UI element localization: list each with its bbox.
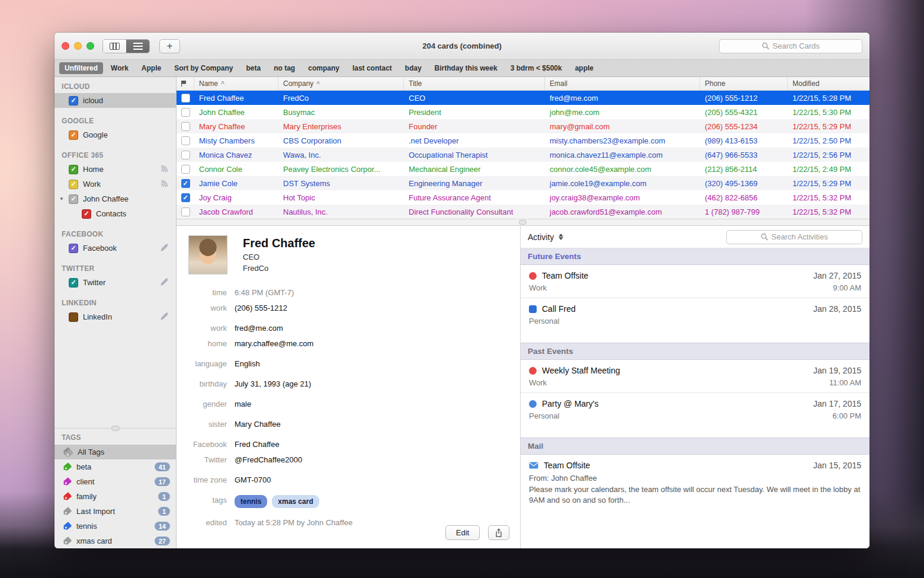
sidebar-account-item[interactable]: ✓ Home bbox=[54, 162, 176, 177]
column-view-button[interactable] bbox=[103, 40, 126, 53]
email-column-header[interactable]: Email bbox=[545, 77, 700, 90]
zoom-window-button[interactable] bbox=[86, 42, 94, 50]
account-checkbox[interactable]: ✓ bbox=[69, 278, 78, 288]
sidebar-splitter[interactable] bbox=[54, 428, 176, 429]
sidebar-account-item[interactable]: ✓ Contacts bbox=[54, 206, 176, 221]
sidebar-account-item[interactable]: LinkedIn bbox=[54, 309, 176, 324]
row-checkbox[interactable] bbox=[181, 122, 190, 131]
disclosure-triangle-icon[interactable]: ▼ bbox=[59, 196, 64, 202]
filter-item[interactable]: beta bbox=[241, 62, 267, 74]
account-checkbox[interactable]: ✓ bbox=[69, 165, 78, 174]
activity-panel: Activity Search Activities Future Events bbox=[521, 226, 870, 548]
row-checkbox[interactable] bbox=[181, 94, 190, 103]
contact-photo[interactable] bbox=[188, 235, 227, 274]
cell-title: Engineering Manager bbox=[404, 179, 545, 188]
event-item[interactable]: Weekly Staff Meeting Jan 19, 2015 Work 1… bbox=[521, 360, 870, 392]
cell-phone: (206) 555-1212 bbox=[700, 94, 788, 103]
search-activities-field[interactable]: Search Activities bbox=[726, 230, 862, 244]
modified-column-header[interactable]: Modified bbox=[788, 77, 870, 90]
tag-item[interactable]: beta 41 bbox=[54, 459, 176, 474]
event-title: Weekly Staff Meeting bbox=[542, 366, 808, 375]
field-label: work bbox=[188, 323, 235, 334]
cell-name: Monica Chavez bbox=[194, 151, 278, 159]
account-checkbox[interactable] bbox=[69, 312, 78, 322]
tag-item[interactable]: xmas card 27 bbox=[54, 534, 176, 548]
filter-item[interactable]: Unfiltered bbox=[59, 62, 103, 74]
tag-pill[interactable]: xmas card bbox=[272, 495, 319, 508]
tag-item[interactable]: Last Import 1 bbox=[54, 504, 176, 519]
table-row[interactable]: ✓ Joy Craig Hot Topic Future Assurance A… bbox=[177, 190, 870, 205]
row-checkbox[interactable] bbox=[181, 165, 190, 174]
row-checkbox[interactable] bbox=[181, 136, 190, 145]
search-cards-field[interactable]: Search Cards bbox=[719, 39, 862, 53]
event-item[interactable]: Team Offsite Jan 27, 2015 Work 9:00 AM bbox=[521, 265, 870, 298]
event-item[interactable]: Call Fred Jan 28, 2015 Personal bbox=[521, 298, 870, 331]
sidebar-account-item[interactable]: ✓ Work bbox=[54, 177, 176, 191]
list-view-button[interactable] bbox=[126, 40, 149, 53]
sidebar-account-item[interactable]: ✓ Facebook bbox=[54, 241, 176, 256]
filter-item[interactable]: Work bbox=[105, 62, 134, 74]
account-checkbox[interactable]: ✓ bbox=[69, 244, 78, 253]
calendar-color-icon bbox=[529, 305, 537, 313]
tag-item[interactable]: tennis 14 bbox=[54, 519, 176, 534]
filter-item[interactable]: Apple bbox=[136, 62, 166, 74]
close-window-button[interactable] bbox=[62, 42, 69, 50]
table-row[interactable]: ✓ Jamie Cole DST Systems Engineering Man… bbox=[177, 176, 870, 190]
row-checkbox[interactable]: ✓ bbox=[181, 193, 190, 202]
row-checkbox[interactable] bbox=[181, 108, 190, 117]
filter-item[interactable]: bday bbox=[400, 62, 427, 74]
sidebar-account-item[interactable]: ✓ icloud bbox=[54, 93, 176, 108]
account-checkbox[interactable]: ✓ bbox=[69, 130, 78, 140]
field-value: mary.chaffee@me.com bbox=[235, 339, 313, 349]
flag-column-header[interactable] bbox=[177, 77, 194, 90]
contact-detail-card: Fred Chaffee CEO FredCo time 6:48 PM (GM… bbox=[177, 226, 520, 548]
row-checkbox[interactable]: ✓ bbox=[181, 179, 190, 188]
cell-name: Mary Chaffee bbox=[194, 122, 278, 131]
account-checkbox[interactable]: ✓ bbox=[69, 194, 78, 204]
filter-item[interactable]: apple bbox=[570, 62, 599, 74]
row-checkbox[interactable] bbox=[181, 207, 190, 216]
tag-item[interactable]: All Tags bbox=[54, 445, 176, 459]
minimize-window-button[interactable] bbox=[74, 42, 82, 50]
sidebar-account-item[interactable]: ✓ Google bbox=[54, 127, 176, 142]
filter-item[interactable]: company bbox=[303, 62, 345, 74]
account-checkbox[interactable]: ✓ bbox=[69, 180, 78, 189]
name-column-header[interactable]: Name^ bbox=[194, 77, 278, 90]
tag-pill[interactable]: tennis bbox=[235, 495, 267, 508]
filter-item[interactable]: Sort by Company bbox=[169, 62, 238, 74]
horizontal-splitter[interactable] bbox=[177, 219, 870, 226]
sidebar-account-item[interactable]: ▼ ✓ John Chaffee bbox=[54, 191, 176, 206]
share-button[interactable] bbox=[488, 525, 509, 540]
mail-item[interactable]: Team Offsite Jan 15, 2015 From: John Cha… bbox=[521, 455, 870, 511]
splitter-knob[interactable] bbox=[111, 426, 120, 431]
table-row[interactable]: Mary Chaffee Mary Enterprises Founder ma… bbox=[177, 119, 870, 133]
table-row[interactable]: Connor Cole Peavey Electronics Corpor...… bbox=[177, 162, 870, 176]
table-row[interactable]: John Chaffee Busymac President john@me.c… bbox=[177, 105, 870, 119]
edit-button[interactable]: Edit bbox=[445, 525, 480, 540]
event-item[interactable]: Party @ Mary's Jan 17, 2015 Personal 6:0… bbox=[521, 392, 870, 426]
filter-item[interactable]: 3 bdrm < $500k bbox=[505, 62, 567, 74]
tag-label: Last Import bbox=[76, 507, 153, 516]
table-row[interactable]: Misty Chambers CBS Corporation .net Deve… bbox=[177, 133, 870, 148]
row-checkbox[interactable] bbox=[181, 151, 190, 159]
tag-item[interactable]: client 17 bbox=[54, 474, 176, 489]
filter-item[interactable]: Birthday this week bbox=[429, 62, 503, 74]
title-column-header[interactable]: Title bbox=[404, 77, 545, 90]
splitter-knob[interactable] bbox=[519, 220, 527, 225]
table-row[interactable]: Monica Chavez Wawa, Inc. Occupational Th… bbox=[177, 148, 870, 162]
account-label: Twitter bbox=[83, 278, 160, 287]
table-row[interactable]: Jacob Crawford Nautilus, Inc. Direct Fun… bbox=[177, 205, 870, 219]
sidebar-account-item[interactable]: ✓ Twitter bbox=[54, 275, 176, 290]
add-card-button[interactable]: + bbox=[159, 39, 180, 53]
activity-popup-label[interactable]: Activity bbox=[528, 232, 554, 242]
popup-updown-icon[interactable] bbox=[559, 234, 563, 240]
company-column-header[interactable]: Company^ bbox=[278, 77, 404, 90]
filter-item[interactable]: last contact bbox=[347, 62, 397, 74]
filter-item[interactable]: no tag bbox=[268, 62, 300, 74]
account-checkbox[interactable]: ✓ bbox=[69, 96, 78, 106]
tag-item[interactable]: family 1 bbox=[54, 489, 176, 504]
table-row[interactable]: Fred Chaffee FredCo CEO fred@me.com (206… bbox=[177, 91, 870, 105]
phone-column-header[interactable]: Phone bbox=[700, 77, 788, 90]
search-icon bbox=[761, 233, 768, 241]
account-checkbox[interactable]: ✓ bbox=[82, 209, 91, 219]
